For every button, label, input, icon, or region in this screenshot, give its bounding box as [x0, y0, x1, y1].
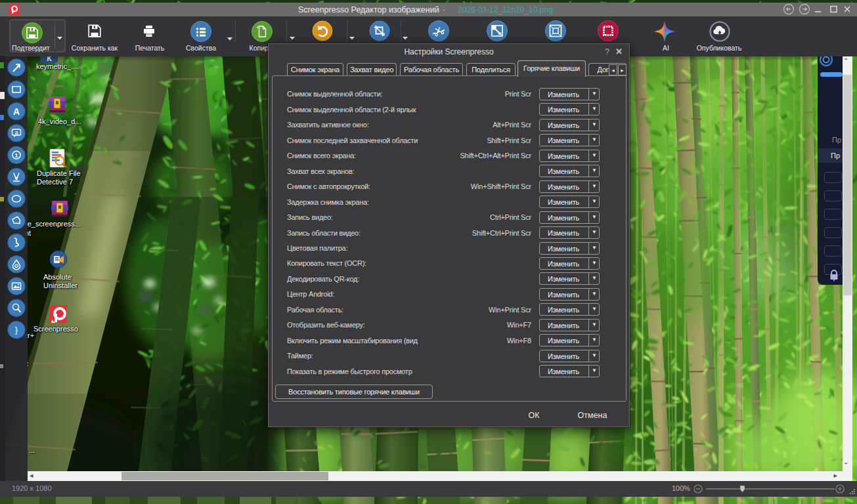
- svg-text:}: }: [15, 325, 18, 335]
- svg-text:A: A: [13, 106, 20, 117]
- svg-text:Пр: Пр: [832, 136, 841, 144]
- svg-text:1: 1: [14, 152, 18, 159]
- svg-text:a: a: [15, 129, 18, 136]
- svg-text:Пр: Пр: [831, 152, 840, 159]
